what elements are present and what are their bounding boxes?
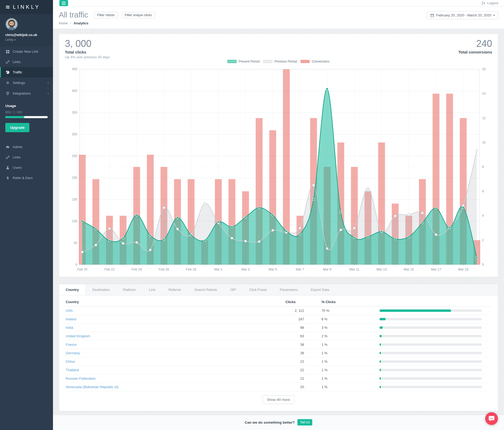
- country-link[interactable]: Russian Federation: [66, 376, 96, 380]
- svg-text:2: 2: [482, 238, 484, 242]
- sidebar-admin-item-users[interactable]: Users: [0, 162, 53, 173]
- date-range-picker[interactable]: February 20, 2020 - March 20, 2020 ▾: [427, 11, 498, 19]
- user-panel: chris@wikijob.co.uk Linkly ▾: [0, 14, 53, 46]
- svg-text:Mar 9: Mar 9: [323, 268, 331, 271]
- sidebar-item-label: Integrations: [13, 91, 47, 95]
- topbar: Logout: [53, 0, 504, 6]
- sidebar-item-integrations[interactable]: Integrations‹: [0, 88, 53, 99]
- country-link[interactable]: Venezuela (Bolivarian Republic of): [66, 385, 118, 389]
- breadcrumb-home-link[interactable]: Home: [59, 21, 68, 25]
- sidebar-toggle-button[interactable]: [59, 0, 68, 6]
- svg-text:Mar 15: Mar 15: [404, 268, 414, 271]
- tab-country[interactable]: Country: [59, 284, 86, 295]
- tell-us-button[interactable]: Tell Us: [297, 419, 312, 425]
- brand[interactable]: ≋ LINKLY: [0, 0, 53, 14]
- usage-panel: Usage 893 / 2, 000 Upgrade: [0, 99, 53, 138]
- country-link[interactable]: India: [66, 326, 73, 330]
- present-period-point: [299, 233, 301, 235]
- total-clicks-stat: 3, 000 Total clicks Up 4% over previous …: [65, 38, 110, 59]
- svg-text:Feb 28: Feb 28: [186, 268, 196, 271]
- svg-text:200: 200: [72, 176, 77, 180]
- column-header-pct-clicks: % Clicks: [304, 297, 361, 307]
- previous-period-point: [340, 229, 342, 231]
- previous-period-point: [231, 237, 233, 239]
- chat-launcher-button[interactable]: [485, 412, 498, 425]
- sidebar-item-label: Traffic: [13, 70, 49, 74]
- clicks-value: 22: [286, 357, 304, 366]
- tab-platform[interactable]: Platform: [116, 284, 142, 295]
- table-row: Thailand221 %: [66, 366, 491, 374]
- show-more-button[interactable]: Show 80 more: [262, 395, 295, 404]
- clicks-value: 38: [286, 340, 304, 349]
- calendar-icon: [430, 14, 434, 17]
- svg-text:0: 0: [482, 263, 484, 267]
- svg-text:Mar 1: Mar 1: [214, 268, 222, 271]
- column-header-clicks: Clicks: [286, 297, 304, 307]
- country-table: Country Clicks % Clicks USA2, 11270 %Ire…: [66, 297, 491, 391]
- grid-icon: [5, 50, 10, 54]
- logout-button[interactable]: Logout: [482, 1, 498, 5]
- sidebar-item-create-new-link[interactable]: Create New Link: [0, 46, 53, 57]
- gears-icon: ⚙: [5, 81, 10, 85]
- sidebar-item-label: Links: [13, 60, 49, 64]
- tab-export-data[interactable]: Export Data: [304, 284, 336, 295]
- country-link[interactable]: France: [66, 343, 76, 347]
- present-period-point: [149, 234, 151, 237]
- svg-text:400: 400: [72, 89, 77, 93]
- sidebar-admin-item-links[interactable]: Links: [0, 152, 53, 162]
- previous-period-point: [163, 207, 165, 209]
- sidebar-item-label: Refer & Earn: [13, 176, 49, 180]
- sidebar-admin-item-admin[interactable]: Admin: [0, 142, 53, 152]
- traffic-chart-card: 3, 000 Total clicks Up 4% over previous …: [59, 34, 498, 277]
- table-row: Russian Federation211 %: [66, 374, 491, 383]
- svg-text:10: 10: [482, 141, 486, 144]
- sidebar-item-settings[interactable]: ⚙Settings‹: [0, 77, 53, 88]
- country-link[interactable]: USA: [66, 309, 73, 313]
- clicks-progressbar: [380, 326, 482, 329]
- conversions-swatch: [301, 60, 310, 63]
- org-name: Linkly: [5, 38, 14, 42]
- avatar[interactable]: [5, 18, 18, 30]
- feedback-question: Can we do something better?: [245, 420, 295, 424]
- sidebar-item-traffic[interactable]: Traffic: [0, 67, 53, 77]
- usage-title: Usage: [5, 104, 48, 108]
- sidebar-item-links[interactable]: Links: [0, 57, 53, 67]
- sidebar-item-label: Settings: [13, 81, 47, 85]
- org-switcher[interactable]: Linkly ▾: [5, 38, 48, 42]
- present-period-point: [394, 238, 396, 240]
- clicks-value: 98: [286, 323, 304, 332]
- previous-period-point: [353, 227, 355, 229]
- svg-text:4: 4: [482, 214, 484, 218]
- show-more-wrap: Show 80 more: [59, 391, 498, 411]
- legend-present-period: Present Period: [228, 60, 260, 63]
- tab-link[interactable]: Link: [142, 284, 162, 295]
- filter-robots-button[interactable]: Filter robots: [94, 12, 118, 18]
- filter-unique-clicks-button[interactable]: Filter unique clicks: [122, 12, 155, 18]
- sidebar-item-label: Create New Link: [13, 50, 49, 54]
- country-link[interactable]: Thailand: [66, 368, 79, 372]
- tab-isp[interactable]: ISP: [224, 284, 243, 295]
- usage-progress-fill: [5, 116, 24, 118]
- previous-period-point: [299, 227, 301, 229]
- country-link[interactable]: China: [66, 360, 75, 363]
- tab-parameters[interactable]: Parameters: [273, 284, 304, 295]
- tab-search-robots[interactable]: Search Robots: [188, 284, 224, 295]
- sidebar-admin-item-refer-earn[interactable]: $Refer & Earn: [0, 173, 53, 183]
- tab-destination[interactable]: Destination: [86, 284, 116, 295]
- pct-clicks-value: 1 %: [304, 366, 361, 374]
- clicks-progress-fill: [380, 326, 383, 329]
- upgrade-button[interactable]: Upgrade: [5, 123, 29, 132]
- clicks-progress-fill: [380, 335, 382, 337]
- tab-click-fraud[interactable]: Click Fraud: [243, 284, 273, 295]
- total-clicks-subtext: Up 4% over previous 30 days: [65, 55, 110, 59]
- tab-referrer[interactable]: Referrer: [162, 284, 188, 295]
- present-period-point: [231, 226, 233, 228]
- clicks-progress-fill: [380, 343, 381, 346]
- legend-conversions: Conversions: [301, 60, 329, 63]
- country-link[interactable]: Ireland: [66, 317, 76, 321]
- feedback-footer: Can we do something better? Tell Us: [53, 415, 504, 430]
- country-link[interactable]: Germany: [66, 351, 80, 355]
- clicks-value: 21: [286, 374, 304, 383]
- clicks-progressbar: [380, 335, 482, 337]
- country-link[interactable]: United Kingdom: [66, 334, 90, 338]
